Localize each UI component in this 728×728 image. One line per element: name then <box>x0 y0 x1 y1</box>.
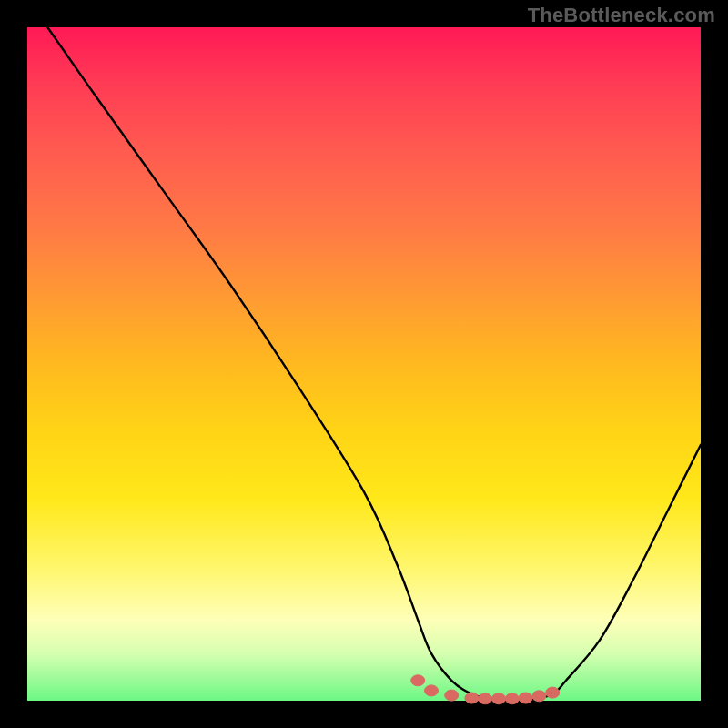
watermark-text: TheBottleneck.com <box>528 4 715 27</box>
valley-marker <box>425 685 439 696</box>
valley-marker <box>465 693 479 703</box>
valley-marker <box>492 693 506 704</box>
curve-layer <box>27 27 701 701</box>
bottleneck-curve <box>47 27 701 702</box>
valley-marker <box>505 693 519 704</box>
plot-area <box>27 27 701 701</box>
valley-markers <box>411 675 560 704</box>
valley-marker <box>479 693 492 704</box>
valley-marker <box>532 691 546 702</box>
chart-frame: TheBottleneck.com <box>0 0 728 728</box>
valley-marker <box>546 687 560 698</box>
valley-marker <box>445 690 459 701</box>
valley-marker <box>411 675 425 686</box>
valley-marker <box>519 693 532 703</box>
